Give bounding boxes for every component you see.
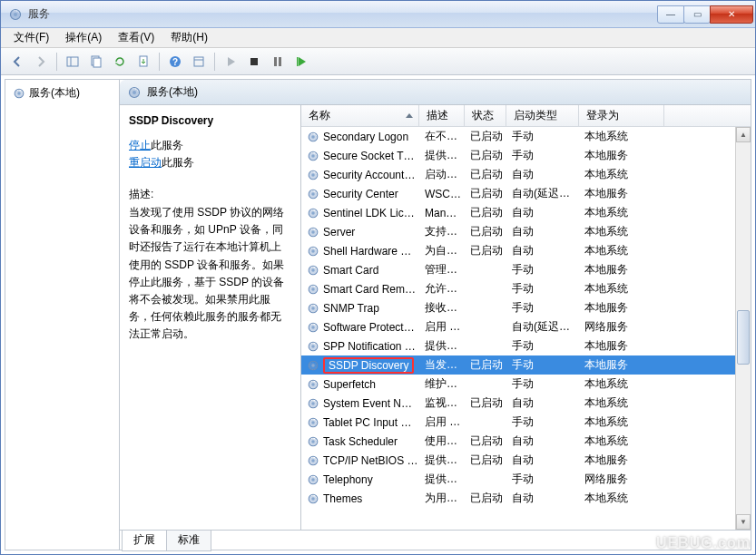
scrollbar-vertical[interactable]: ▲ ▼: [735, 127, 751, 530]
service-row[interactable]: Sentinel LDK Lic…Man…已启动自动本地系统: [301, 203, 751, 222]
service-startup: 手动: [510, 300, 583, 316]
service-logon: 本地服务: [583, 148, 668, 163]
service-row[interactable]: Superfetch维护…手动本地系统: [301, 375, 751, 394]
service-logon: 本地系统: [583, 129, 668, 144]
gear-icon: [307, 378, 319, 391]
service-startup: 手动: [510, 262, 583, 278]
service-startup: 自动: [510, 395, 583, 411]
service-logon: 本地系统: [583, 167, 668, 182]
gear-icon: [307, 131, 319, 143]
service-status: 已启动: [468, 453, 510, 468]
toolbar-separator: [56, 53, 57, 71]
tab-standard[interactable]: 标准: [166, 531, 211, 551]
service-logon: 本地系统: [583, 491, 668, 506]
service-status: 已启动: [468, 224, 510, 239]
start-service-button[interactable]: [220, 51, 241, 73]
service-status: 已启动: [468, 357, 510, 373]
restart-link[interactable]: 重启动: [129, 156, 162, 169]
pause-service-button[interactable]: [267, 51, 289, 73]
gear-icon: [307, 473, 319, 486]
service-row[interactable]: Security CenterWSC…已启动自动(延迟…本地服务: [301, 184, 751, 203]
service-row[interactable]: Tablet PC Input …启用 …手动本地系统: [301, 413, 751, 432]
refresh-button[interactable]: [109, 51, 131, 73]
svg-rect-14: [297, 57, 299, 66]
service-name: Shell Hardware …: [323, 245, 411, 258]
service-row[interactable]: Telephony提供…手动网络服务: [301, 470, 751, 489]
stop-service-button[interactable]: [243, 51, 265, 73]
maximize-button[interactable]: ▭: [683, 5, 711, 24]
service-desc: 提供…: [423, 453, 468, 468]
service-startup: 手动: [510, 414, 583, 430]
export-list-button[interactable]: [133, 51, 154, 73]
service-desc: 使用…: [423, 433, 468, 449]
service-startup: 自动: [510, 453, 583, 468]
service-startup: 手动: [510, 376, 583, 392]
show-hide-button[interactable]: [62, 51, 83, 73]
service-row[interactable]: Themes为用…已启动自动本地系统: [301, 489, 751, 508]
tab-extended[interactable]: 扩展: [122, 531, 167, 551]
column-name[interactable]: 名称: [301, 105, 419, 126]
window-title: 服务: [28, 6, 658, 22]
service-startup: 自动(延迟…: [510, 319, 583, 335]
menu-view[interactable]: 查看(V): [111, 28, 162, 47]
menu-help[interactable]: 帮助(H): [163, 28, 215, 47]
minimize-button[interactable]: —: [657, 5, 684, 24]
properties-button[interactable]: [188, 51, 210, 73]
scroll-up-button[interactable]: ▲: [736, 127, 751, 142]
services-window: 服务 — ▭ ✕ 文件(F) 操作(A) 查看(V) 帮助(H) ?: [0, 0, 756, 555]
menu-file[interactable]: 文件(F): [6, 28, 56, 47]
gear-icon: [307, 226, 319, 239]
service-logon: 本地系统: [583, 243, 668, 258]
gear-icon: [307, 435, 319, 448]
service-row[interactable]: Smart Card Rem…允许…手动本地系统: [301, 279, 751, 298]
service-row[interactable]: Security Account…启动…已启动自动本地系统: [301, 165, 751, 184]
menu-action[interactable]: 操作(A): [58, 28, 109, 47]
service-desc: 接收…: [423, 300, 468, 316]
stop-link[interactable]: 停止: [129, 139, 151, 151]
column-description[interactable]: 描述: [419, 105, 465, 126]
service-row[interactable]: SNMP Trap接收…手动本地服务: [301, 298, 751, 317]
service-row[interactable]: Software Protect…启用 …自动(延迟…网络服务: [301, 317, 751, 336]
svg-rect-5: [93, 58, 101, 67]
gear-icon: [307, 245, 319, 258]
service-row[interactable]: SPP Notification …提供…手动本地服务: [301, 336, 751, 355]
titlebar: 服务 — ▭ ✕: [1, 1, 755, 28]
help-button[interactable]: ?: [164, 51, 186, 73]
scroll-down-button[interactable]: ▼: [736, 514, 751, 530]
toolbar-separator: [214, 53, 215, 71]
service-row[interactable]: Server支持…已启动自动本地系统: [301, 222, 751, 241]
close-button[interactable]: ✕: [710, 5, 753, 24]
service-row[interactable]: Task Scheduler使用…已启动自动本地系统: [301, 432, 751, 451]
service-row[interactable]: Secure Socket T…提供…已启动手动本地服务: [301, 146, 751, 165]
service-row[interactable]: SSDP Discovery当发…已启动手动本地服务: [301, 355, 751, 375]
service-row[interactable]: Secondary Logon在不…已启动手动本地系统: [301, 127, 751, 146]
service-startup: 自动: [510, 167, 583, 182]
service-startup: 自动: [510, 491, 583, 506]
restart-service-button[interactable]: [290, 51, 312, 73]
scroll-track[interactable]: [736, 142, 751, 514]
service-name: Server: [323, 226, 355, 239]
gear-icon: [13, 87, 25, 100]
column-status[interactable]: 状态: [465, 105, 506, 126]
service-row[interactable]: Shell Hardware …为自…已启动自动本地系统: [301, 241, 751, 260]
back-button[interactable]: [6, 51, 28, 73]
list-body[interactable]: Secondary Logon在不…已启动手动本地系统Secure Socket…: [301, 127, 751, 530]
scroll-thumb[interactable]: [737, 310, 750, 365]
tree-root[interactable]: 服务(本地): [9, 83, 115, 102]
service-startup: 自动(延迟…: [510, 186, 583, 201]
service-name: Themes: [323, 492, 362, 505]
service-status: 已启动: [468, 491, 510, 506]
description-text: 当发现了使用 SSDP 协议的网络设备和服务，如 UPnP 设备，同时还报告了运…: [129, 204, 291, 344]
service-row[interactable]: System Event N…监视…已启动自动本地系统: [301, 394, 751, 413]
column-logon[interactable]: 登录为: [579, 105, 664, 126]
service-logon: 本地服务: [583, 300, 668, 316]
gear-icon: [307, 188, 319, 200]
forward-button[interactable]: [30, 51, 52, 73]
service-name: SSDP Discovery: [323, 357, 414, 374]
service-row[interactable]: Smart Card管理…手动本地服务: [301, 260, 751, 279]
service-row[interactable]: TCP/IP NetBIOS …提供…已启动自动本地服务: [301, 451, 751, 470]
service-name: Security Account…: [323, 169, 415, 181]
export-button[interactable]: [85, 51, 107, 73]
column-startup[interactable]: 启动类型: [506, 105, 579, 126]
selected-service-name: SSDP Discovery: [129, 114, 291, 127]
